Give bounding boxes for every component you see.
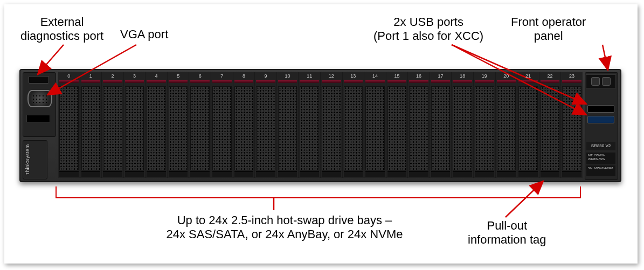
bay-mesh <box>256 86 275 170</box>
bay-foot <box>387 171 407 177</box>
drive-bay[interactable]: 3 <box>123 72 146 178</box>
usb-port-1[interactable] <box>587 105 614 113</box>
drive-bay[interactable]: 2 <box>101 72 123 178</box>
bay-number: 8 <box>233 73 255 79</box>
bay-latch <box>475 80 494 83</box>
bay-foot <box>453 171 472 177</box>
drive-bay[interactable]: 18 <box>451 72 473 178</box>
bay-number: 20 <box>496 73 517 79</box>
bay-number: 5 <box>168 73 189 79</box>
drive-bay[interactable]: 22 <box>539 72 561 178</box>
bay-number: 11 <box>299 73 320 79</box>
bay-number: 19 <box>474 73 495 79</box>
bay-mesh <box>518 86 538 170</box>
external-diagnostics-port[interactable] <box>29 76 49 84</box>
drive-bay[interactable]: 20 <box>495 72 517 178</box>
bay-foot <box>81 171 101 177</box>
vga-port[interactable] <box>27 90 52 107</box>
drive-bay[interactable]: 12 <box>320 72 342 178</box>
bay-latch <box>497 80 516 83</box>
right-ear-panel: SR850 V2 MT: 7WW0-WR8W-WW SN: MW4D4WR8 <box>585 72 618 180</box>
drive-bay[interactable]: 0 <box>58 72 80 178</box>
bay-number: 10 <box>277 73 299 79</box>
bay-number: 23 <box>561 73 583 79</box>
bay-foot <box>541 171 560 177</box>
drive-bay[interactable]: 15 <box>386 72 408 178</box>
bay-latch <box>431 80 451 83</box>
drive-bay[interactable]: 13 <box>342 72 364 178</box>
drive-bay[interactable]: 19 <box>473 72 495 178</box>
bay-latch <box>125 80 144 83</box>
bay-latch <box>81 80 101 83</box>
drive-bay[interactable]: 7 <box>211 72 233 178</box>
bay-foot <box>147 171 166 177</box>
bay-number: 6 <box>189 73 211 79</box>
label-pullout-tag: Pull-outinformation tag <box>468 219 546 247</box>
bay-number: 0 <box>58 73 80 79</box>
drive-bay[interactable]: 6 <box>189 72 211 178</box>
drive-bay[interactable]: 9 <box>254 72 276 178</box>
bay-mesh <box>212 86 232 170</box>
drive-bay[interactable]: 11 <box>298 72 320 178</box>
bay-latch <box>169 80 188 83</box>
drive-bay[interactable]: 5 <box>167 72 189 178</box>
bay-number: 14 <box>364 73 386 79</box>
bay-mesh <box>497 86 516 170</box>
bay-mesh <box>59 86 79 170</box>
bay-foot <box>300 171 319 177</box>
bay-latch <box>147 80 166 83</box>
label-usb-ports: 2x USB ports(Port 1 also for XCC) <box>373 15 483 44</box>
label-front-operator-panel: Front operatorpanel <box>511 15 586 44</box>
front-operator-panel[interactable] <box>586 74 616 88</box>
bay-number: 13 <box>343 73 364 79</box>
bay-mesh <box>344 86 363 170</box>
drive-bay[interactable]: 21 <box>517 72 539 178</box>
id-button-icon[interactable] <box>602 77 611 86</box>
bay-foot <box>256 171 275 177</box>
bay-foot <box>234 171 254 177</box>
bay-foot <box>365 171 385 177</box>
bay-mesh <box>365 86 385 170</box>
drive-bay[interactable]: 8 <box>233 72 255 178</box>
bay-number: 1 <box>80 73 102 79</box>
serial-number-tag: SN: MW4D4WR8 <box>586 165 615 176</box>
bay-number: 3 <box>124 73 146 79</box>
bay-latch <box>256 80 275 83</box>
bay-foot <box>278 171 297 177</box>
bay-foot <box>190 171 210 177</box>
power-button-icon[interactable] <box>591 77 600 86</box>
drive-bay-row: 01234567891011121314151617181920212223 <box>58 72 583 178</box>
bay-number: 21 <box>517 73 539 79</box>
bay-mesh <box>103 86 122 170</box>
bay-mesh <box>453 86 472 170</box>
brand-text: ThinkSystem <box>25 142 31 177</box>
bay-foot <box>431 171 451 177</box>
server-chassis: ThinkSystem 0123456789101112131415161718… <box>19 69 621 182</box>
bracket-drive-bays <box>56 186 581 198</box>
drive-bay[interactable]: 23 <box>560 72 583 178</box>
bay-foot <box>475 171 494 177</box>
bay-mesh <box>147 86 166 170</box>
bay-foot <box>103 171 122 177</box>
drive-bay[interactable]: 4 <box>145 72 167 178</box>
drive-bay[interactable]: 16 <box>407 72 430 178</box>
bay-mesh <box>409 86 428 170</box>
bay-latch <box>322 80 341 83</box>
label-external-diagnostics: Externaldiagnostics port <box>20 15 103 44</box>
bay-number: 9 <box>255 73 276 79</box>
usb-port-2[interactable] <box>587 116 614 123</box>
drive-bay[interactable]: 1 <box>80 72 102 178</box>
drive-bay[interactable]: 14 <box>364 72 386 178</box>
drive-bay[interactable]: 17 <box>430 72 452 178</box>
bay-latch <box>103 80 122 83</box>
bay-foot <box>497 171 516 177</box>
bay-mesh <box>387 86 407 170</box>
bay-mesh <box>562 86 581 170</box>
left-brand-panel: ThinkSystem <box>23 140 47 179</box>
bay-foot <box>169 171 188 177</box>
bay-foot <box>212 171 232 177</box>
drive-bay[interactable]: 10 <box>276 72 299 178</box>
bay-mesh <box>541 86 560 170</box>
bay-latch <box>365 80 385 83</box>
model-label: SR850 V2 <box>586 142 615 150</box>
